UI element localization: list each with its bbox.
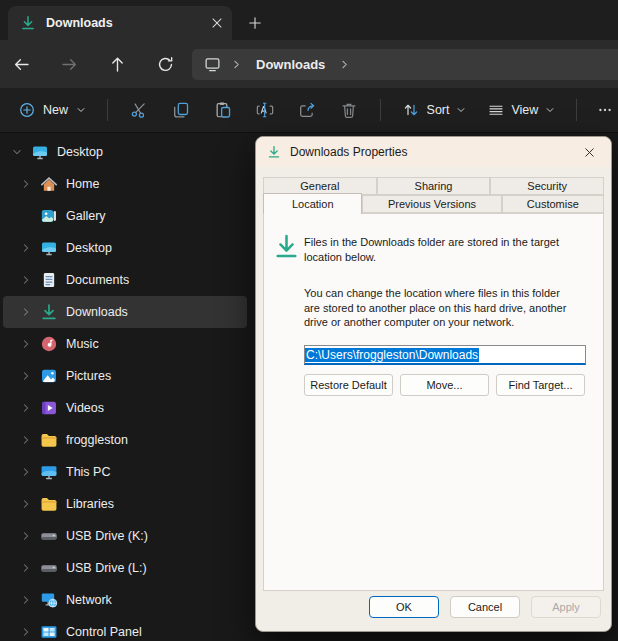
navigation-bar: Downloads: [0, 40, 618, 88]
find-target-button[interactable]: Find Target...: [496, 374, 585, 396]
location-description-text: You can change the location where files …: [304, 286, 578, 330]
command-bar: New Sort View: [0, 88, 618, 133]
network-icon: [40, 591, 58, 609]
explorer-tab-downloads[interactable]: Downloads: [8, 6, 232, 40]
ok-button[interactable]: OK: [369, 596, 439, 618]
sidebar-item-label: Documents: [66, 273, 129, 287]
view-button[interactable]: View: [479, 95, 564, 125]
breadcrumb-chevron-icon: [231, 59, 242, 70]
downloads-folder-icon: [273, 233, 300, 260]
file-explorer-window: Downloads Downloads New: [0, 0, 618, 641]
new-tab-button[interactable]: [248, 16, 262, 30]
breadcrumb-chevron-icon: [339, 59, 350, 70]
rename-icon: [256, 101, 274, 119]
sidebar-item-label: Videos: [66, 401, 104, 415]
pictures-icon: [40, 367, 58, 385]
forward-icon: [61, 56, 78, 73]
sidebar-item-home[interactable]: Home: [3, 168, 247, 200]
paste-button[interactable]: [208, 92, 238, 128]
toolbar-divider: [576, 99, 577, 121]
copy-button[interactable]: [166, 92, 196, 128]
address-bar[interactable]: Downloads: [192, 49, 618, 80]
chevron-right-icon[interactable]: [18, 304, 34, 320]
back-button[interactable]: [6, 49, 36, 79]
folder-location-value: C:\Users\froggleston\Downloads: [305, 348, 479, 362]
up-icon: [109, 56, 126, 73]
refresh-button[interactable]: [150, 49, 180, 79]
sidebar-item-this-pc[interactable]: This PC: [3, 456, 247, 488]
sidebar-item-music[interactable]: Music: [3, 328, 247, 360]
chevron-right-icon[interactable]: [18, 176, 34, 192]
breadcrumb-segment-downloads[interactable]: Downloads: [252, 57, 329, 72]
chevron-right-icon[interactable]: [18, 368, 34, 384]
dialog-tab-previous-versions[interactable]: Previous Versions: [362, 195, 501, 213]
sidebar-item-videos[interactable]: Videos: [3, 392, 247, 424]
new-button[interactable]: New: [8, 95, 97, 125]
forward-button[interactable]: [54, 49, 84, 79]
sort-button[interactable]: Sort: [393, 94, 476, 126]
chevron-down-icon[interactable]: [9, 144, 25, 160]
downloads-properties-dialog: Downloads Properties GeneralSharingSecur…: [255, 136, 612, 632]
sidebar-item-froggleston[interactable]: froggleston: [3, 424, 247, 456]
sidebar-item-pictures[interactable]: Pictures: [3, 360, 247, 392]
cut-icon: [130, 101, 148, 119]
cancel-button[interactable]: Cancel: [450, 596, 520, 618]
tab-bar: Downloads: [0, 0, 618, 40]
new-button-label: New: [43, 103, 68, 117]
sort-button-label: Sort: [427, 103, 450, 117]
sidebar-item-label: USB Drive (L:): [66, 561, 147, 575]
see-more-button[interactable]: [591, 94, 618, 126]
rename-button[interactable]: [250, 92, 280, 128]
sidebar-item-desktop[interactable]: Desktop: [3, 136, 247, 168]
tab-title: Downloads: [46, 16, 200, 30]
restore-default-button[interactable]: Restore Default: [304, 374, 393, 396]
chevron-right-icon[interactable]: [18, 336, 34, 352]
download-icon: [40, 303, 58, 321]
cut-button[interactable]: [124, 92, 154, 128]
sidebar-item-label: Libraries: [66, 497, 114, 511]
dialog-title: Downloads Properties: [290, 145, 407, 159]
desktop-icon: [31, 143, 49, 161]
chevron-right-icon[interactable]: [18, 240, 34, 256]
chevron-right-icon[interactable]: [18, 528, 34, 544]
new-item-icon: [19, 102, 35, 118]
usb-icon: [40, 559, 58, 577]
sidebar-item-control-panel[interactable]: Control Panel: [3, 616, 247, 641]
delete-button[interactable]: [334, 92, 364, 128]
folder-location-input[interactable]: C:\Users\froggleston\Downloads: [304, 345, 586, 365]
location-tab-page: Files in the Downloads folder are stored…: [263, 213, 604, 591]
tab-close-icon[interactable]: [210, 16, 224, 30]
chevron-right-icon[interactable]: [18, 272, 34, 288]
dialog-close-button[interactable]: [573, 140, 605, 164]
sidebar-item-desktop[interactable]: Desktop: [3, 232, 247, 264]
chevron-right-icon[interactable]: [18, 560, 34, 576]
dialog-tab-location[interactable]: Location: [263, 193, 362, 214]
navigation-pane: DesktopHomeGalleryDesktopDocumentsDownlo…: [0, 133, 250, 641]
apply-button[interactable]: Apply: [531, 596, 601, 618]
sidebar-item-gallery[interactable]: Gallery: [3, 200, 247, 232]
document-icon: [40, 271, 58, 289]
dialog-tab-security[interactable]: Security: [490, 177, 604, 195]
up-button[interactable]: [102, 49, 132, 79]
dialog-tab-sharing[interactable]: Sharing: [377, 177, 491, 195]
chevron-right-icon[interactable]: [18, 592, 34, 608]
chevron-right-icon[interactable]: [18, 496, 34, 512]
dialog-tab-customise[interactable]: Customise: [502, 195, 604, 213]
share-button[interactable]: [292, 92, 322, 128]
sidebar-item-network[interactable]: Network: [3, 584, 247, 616]
chevron-right-icon[interactable]: [18, 624, 34, 640]
sidebar-item-downloads[interactable]: Downloads: [3, 296, 247, 328]
location-intro-text: Files in the Downloads folder are stored…: [304, 235, 564, 264]
folder-icon: [40, 431, 58, 449]
chevron-right-icon[interactable]: [18, 464, 34, 480]
chevron-right-icon[interactable]: [18, 432, 34, 448]
sidebar-item-libraries[interactable]: Libraries: [3, 488, 247, 520]
sidebar-item-documents[interactable]: Documents: [3, 264, 247, 296]
chevron-right-icon[interactable]: [18, 400, 34, 416]
move-button[interactable]: Move...: [400, 374, 489, 396]
sidebar-item-label: Music: [66, 337, 99, 351]
chevron-down-icon: [456, 105, 466, 115]
sidebar-item-usb-drive-l[interactable]: USB Drive (L:): [3, 552, 247, 584]
copy-icon: [172, 101, 190, 119]
sidebar-item-usb-drive-k[interactable]: USB Drive (K:): [3, 520, 247, 552]
